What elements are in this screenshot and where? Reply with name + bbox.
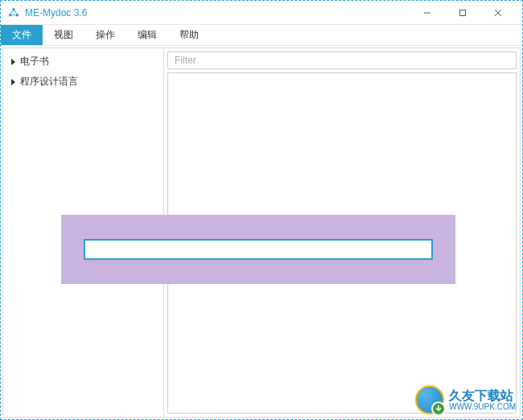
modal-overlay bbox=[61, 215, 455, 284]
tree-item-programming[interactable]: 程序设计语言 bbox=[3, 72, 163, 92]
titlebar: ME-Mydoc 3.6 bbox=[1, 1, 522, 25]
close-button[interactable] bbox=[480, 2, 516, 24]
menu-help[interactable]: 帮助 bbox=[168, 25, 210, 45]
watermark-logo-icon bbox=[415, 385, 444, 414]
modal-input[interactable] bbox=[84, 239, 433, 260]
menu-view[interactable]: 视图 bbox=[43, 25, 84, 45]
app-icon bbox=[7, 6, 20, 19]
window-controls bbox=[410, 2, 516, 24]
menu-edit[interactable]: 编辑 bbox=[126, 25, 168, 45]
menubar: 文件 视图 操作 编辑 帮助 bbox=[1, 25, 522, 46]
menu-operate[interactable]: 操作 bbox=[84, 25, 126, 45]
caret-right-icon bbox=[11, 59, 15, 65]
maximize-button[interactable] bbox=[445, 2, 480, 24]
svg-rect-4 bbox=[460, 10, 466, 15]
menu-file[interactable]: 文件 bbox=[1, 25, 43, 45]
app-title: ME-Mydoc 3.6 bbox=[25, 7, 410, 19]
app-window: ME-Mydoc 3.6 文件 视图 操作 编辑 帮助 电子书 bbox=[1, 1, 522, 419]
tree-item-ebook[interactable]: 电子书 bbox=[3, 51, 163, 72]
watermark-sub: WWW.9UPK.COM bbox=[449, 402, 516, 411]
watermark-text: 久友下载站 WWW.9UPK.COM bbox=[449, 389, 516, 412]
filter-input[interactable] bbox=[167, 51, 517, 69]
minimize-button[interactable] bbox=[410, 2, 445, 24]
watermark-main: 久友下载站 bbox=[449, 389, 516, 403]
tree-label: 电子书 bbox=[20, 55, 49, 68]
watermark: 久友下载站 WWW.9UPK.COM bbox=[415, 385, 516, 414]
download-arrow-icon bbox=[431, 401, 446, 416]
tree-label: 程序设计语言 bbox=[20, 75, 78, 89]
caret-right-icon bbox=[11, 79, 15, 85]
